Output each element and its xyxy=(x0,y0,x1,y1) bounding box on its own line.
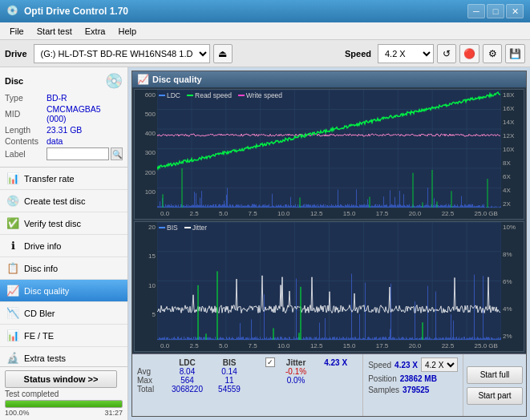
ldc-header: LDC xyxy=(165,357,209,367)
samples-row: Samples 379525 xyxy=(368,386,458,394)
eject-button[interactable]: ⏏ xyxy=(213,44,233,63)
drive-info-icon: ℹ xyxy=(6,240,19,252)
menubar: File Start test Extra Help xyxy=(0,22,530,40)
sidebar-item-disc-info[interactable]: 📋 Disc info xyxy=(0,257,127,280)
mid-value: CMCMAGBA5 (000) xyxy=(47,104,123,123)
sidebar-item-cd-bler[interactable]: 📉 CD Bler xyxy=(0,302,127,325)
chart1-y-left: 600 500 400 300 200 100 xyxy=(135,90,157,219)
disc-info-icon: 📋 xyxy=(6,262,19,274)
ldc-color xyxy=(159,95,165,96)
length-value: 23.31 GB xyxy=(47,125,82,135)
sidebar-item-transfer-rate[interactable]: 📊 Transfer rate xyxy=(0,168,127,190)
disc-header-text: Disc xyxy=(5,76,23,86)
avg-ldc: 8.04 xyxy=(165,367,209,376)
position-value: 23862 MB xyxy=(400,374,437,383)
chart2-y-left: 20 15 10 5 xyxy=(135,222,157,351)
type-label: Type xyxy=(5,93,47,103)
max-jitter: 0.0% xyxy=(278,376,314,385)
extra-tests-label: Extra tests xyxy=(24,353,66,363)
transfer-rate-label: Transfer rate xyxy=(24,174,75,184)
disc-header: Disc 💿 xyxy=(5,72,123,90)
speed-select[interactable]: 4.2 X xyxy=(378,44,434,63)
toolbar: Drive (G:) HL-DT-ST BD-RE WH16NS48 1.D3 … xyxy=(0,40,530,67)
disc-icon: 💿 xyxy=(105,72,123,90)
close-button[interactable]: ✕ xyxy=(506,4,524,18)
legend-ldc: LDC xyxy=(159,91,180,99)
disc-quality-panel: 📈 Disc quality 600 500 400 300 200 100 xyxy=(131,71,527,417)
sidebar-item-extra-tests[interactable]: 🔬 Extra tests xyxy=(0,347,127,366)
jitter-checkbox[interactable]: ✓ xyxy=(265,357,275,367)
config-button[interactable]: ⚙ xyxy=(483,44,502,63)
label-input[interactable] xyxy=(47,147,109,160)
menu-start-test[interactable]: Start test xyxy=(30,25,79,38)
sidebar-item-disc-quality[interactable]: 📈 Disc quality xyxy=(0,280,127,302)
sidebar-item-drive-info[interactable]: ℹ Drive info xyxy=(0,235,127,257)
samples-label: Samples xyxy=(368,386,399,394)
minimize-button[interactable]: ─ xyxy=(467,4,485,18)
jitter-color xyxy=(184,227,191,228)
drive-select[interactable]: (G:) HL-DT-ST BD-RE WH16NS48 1.D3 xyxy=(34,44,210,63)
chart1-area: LDC Read speed Write speed xyxy=(157,90,501,219)
length-label: Length xyxy=(5,125,47,135)
cd-bler-label: CD Bler xyxy=(24,309,55,318)
speed-dropdown[interactable]: 4.2 X xyxy=(421,357,458,372)
speed-row-label: Speed xyxy=(368,361,391,370)
sidebar-item-fe-te[interactable]: 📊 FE / TE xyxy=(0,325,127,347)
chart1-legend: LDC Read speed Write speed xyxy=(159,91,282,99)
disc-quality-label: Disc quality xyxy=(24,286,69,296)
refresh-button[interactable]: ↺ xyxy=(437,44,456,63)
disc-panel: Disc 💿 Type BD-R MID CMCMAGBA5 (000) Len… xyxy=(0,67,127,168)
type-value: BD-R xyxy=(47,93,67,103)
menu-help[interactable]: Help xyxy=(111,25,143,38)
maximize-button[interactable]: □ xyxy=(487,4,504,18)
status-window-button[interactable]: Status window >> xyxy=(5,370,117,388)
fe-te-icon: 📊 xyxy=(6,329,19,341)
status-text: Test completed xyxy=(5,390,123,398)
titlebar: 💿 Opti Drive Control 1.70 ─ □ ✕ xyxy=(0,0,530,22)
charts-area: 600 500 400 300 200 100 LDC xyxy=(132,87,526,353)
create-test-disc-icon: 💿 xyxy=(6,195,19,207)
speed-display: 4.23 X xyxy=(314,357,358,367)
avg-jitter: -0.1% xyxy=(278,367,314,376)
speed-row: Speed 4.23 X 4.2 X xyxy=(368,357,458,372)
burn-icon-button[interactable]: 🔴 xyxy=(459,44,479,63)
avg-bis: 0.14 xyxy=(209,367,249,376)
drive-info-label: Drive info xyxy=(24,241,61,251)
total-label: Total xyxy=(137,385,165,394)
create-test-disc-label: Create test disc xyxy=(24,196,85,206)
menu-extra[interactable]: Extra xyxy=(79,25,112,38)
label-search-button[interactable]: 🔍 xyxy=(111,147,123,160)
start-full-button[interactable]: Start full xyxy=(467,366,523,384)
extra-tests-icon: 🔬 xyxy=(6,352,19,364)
start-part-button[interactable]: Start part xyxy=(467,387,523,405)
panel-header-title: Disc quality xyxy=(152,75,202,84)
sidebar-item-verify-test-disc[interactable]: ✅ Verify test disc xyxy=(0,212,127,235)
fe-te-label: FE / TE xyxy=(24,331,54,341)
right-info-panel: Speed 4.23 X 4.2 X Position 23862 MB Sam… xyxy=(362,354,463,416)
menu-file[interactable]: File xyxy=(3,25,30,38)
status-bar: Status window >> Test completed 100.0% 3… xyxy=(0,366,127,420)
chart1-x-labels: 0.02.55.0 7.510.012.5 15.017.520.0 22.52… xyxy=(157,208,501,219)
status-time: 31:27 xyxy=(104,409,123,417)
transfer-rate-icon: 📊 xyxy=(6,172,19,184)
samples-value: 379525 xyxy=(403,386,429,394)
sidebar-item-create-test-disc[interactable]: 💿 Create test disc xyxy=(0,190,127,212)
bis-header: BIS xyxy=(209,357,249,367)
contents-label: Contents xyxy=(5,136,47,146)
disc-mid-row: MID CMCMAGBA5 (000) xyxy=(5,104,123,123)
avg-label: Avg xyxy=(137,367,165,376)
panel-header: 📈 Disc quality xyxy=(132,71,526,87)
disc-quality-icon: 📈 xyxy=(6,285,19,297)
legend-read-speed: Read speed xyxy=(187,91,232,99)
save-button[interactable]: 💾 xyxy=(505,44,525,63)
app-icon: 💿 xyxy=(6,5,19,18)
action-buttons: Start full Start part xyxy=(463,354,526,416)
drive-label: Drive xyxy=(5,49,27,59)
chart1-canvas xyxy=(157,90,501,219)
disc-label-row: Label 🔍 xyxy=(5,147,123,160)
total-bis: 54559 xyxy=(209,385,249,394)
max-ldc: 564 xyxy=(165,376,209,385)
verify-test-disc-icon: ✅ xyxy=(6,217,19,229)
chart1-y-right: 18X 16X 14X 12X 10X 8X 6X 4X 2X xyxy=(501,90,524,219)
disc-contents-row: Contents data xyxy=(5,136,123,146)
